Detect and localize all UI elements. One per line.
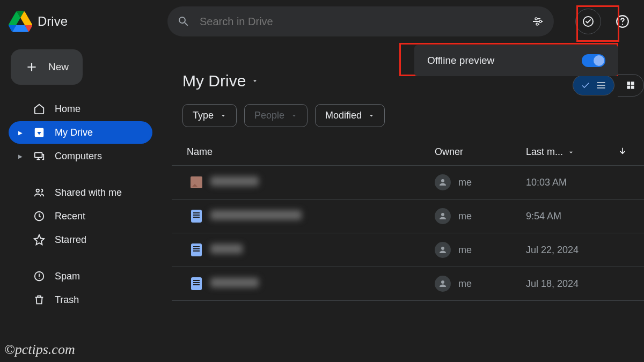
filter-people[interactable]: People — [244, 104, 308, 127]
avatar-icon — [435, 276, 451, 292]
avatar-icon — [435, 242, 451, 258]
svg-rect-6 — [35, 153, 42, 158]
filter-type[interactable]: Type — [182, 104, 237, 127]
file-modified: Jul 18, 2024 — [526, 278, 612, 290]
sidebar-item-recent[interactable]: Recent — [9, 205, 152, 227]
redacted-filename — [210, 210, 302, 220]
document-file-icon — [191, 210, 202, 223]
sidebar-label: Spam — [55, 271, 80, 282]
chevron-down-icon — [368, 113, 375, 119]
trash-icon — [33, 294, 45, 306]
avatar-icon — [435, 174, 451, 190]
sidebar-item-my-drive[interactable]: ▶ My Drive — [9, 121, 152, 144]
offline-preview-toggle[interactable] — [582, 54, 605, 67]
svg-point-1 — [539, 20, 541, 23]
file-owner: me — [435, 276, 526, 292]
sidebar-label: Computers — [55, 151, 102, 162]
offline-preview-panel: Offline preview — [414, 45, 618, 76]
sidebar: New Home ▶ My Drive ▶ Computers Shared w… — [0, 45, 161, 316]
plus-icon — [25, 60, 39, 74]
view-mode-grid[interactable] — [618, 74, 644, 97]
watermark: ©pctips.com — [4, 342, 75, 358]
help-icon — [616, 14, 630, 28]
document-file-icon — [191, 277, 202, 290]
file-owner: me — [435, 242, 526, 258]
file-row[interactable]: me9:54 AM — [172, 200, 644, 233]
drive-icon — [33, 127, 45, 138]
expand-caret-icon: ▶ — [18, 153, 24, 159]
file-name — [210, 210, 435, 223]
logo-area[interactable]: Drive — [9, 11, 159, 32]
sidebar-label: My Drive — [55, 127, 93, 138]
offline-check-icon — [582, 15, 595, 28]
offline-preview-label: Offline preview — [427, 55, 494, 67]
file-name — [210, 244, 435, 256]
new-button-label: New — [48, 61, 69, 73]
sidebar-item-computers[interactable]: ▶ Computers — [9, 145, 152, 167]
sidebar-label: Home — [55, 104, 80, 115]
file-modified: 9:54 AM — [526, 211, 612, 222]
search-options-icon[interactable] — [531, 15, 544, 28]
svg-point-11 — [441, 213, 444, 216]
svg-point-5 — [622, 24, 623, 25]
sidebar-label: Recent — [55, 211, 85, 222]
sort-direction[interactable] — [612, 146, 633, 158]
svg-point-2 — [536, 23, 538, 25]
check-icon — [581, 80, 590, 90]
sidebar-item-home[interactable]: Home — [9, 98, 152, 120]
computers-icon — [33, 150, 45, 162]
search-icon — [177, 15, 190, 28]
sidebar-label: Starred — [55, 234, 86, 246]
file-row[interactable]: meJul 22, 2024 — [172, 233, 644, 267]
grid-icon — [625, 80, 636, 91]
redacted-filename — [210, 278, 259, 287]
sidebar-label: Trash — [55, 294, 79, 306]
sidebar-item-spam[interactable]: Spam — [9, 265, 152, 287]
column-name[interactable]: Name — [182, 146, 435, 158]
spam-icon — [33, 270, 45, 282]
sidebar-item-shared[interactable]: Shared with me — [9, 181, 152, 204]
sidebar-item-trash[interactable]: Trash — [9, 289, 152, 311]
dropdown-caret-icon[interactable] — [251, 77, 259, 85]
drive-logo-icon — [9, 11, 32, 32]
column-owner[interactable]: Owner — [435, 146, 526, 158]
expand-caret-icon: ▶ — [18, 130, 24, 136]
file-modified: Jul 22, 2024 — [526, 245, 612, 256]
svg-point-13 — [441, 280, 444, 284]
avatar-icon — [435, 208, 451, 224]
app-title: Drive — [38, 14, 68, 29]
file-name — [210, 278, 435, 290]
offline-ready-button[interactable] — [575, 9, 601, 34]
redacted-filename — [210, 244, 243, 254]
filter-modified[interactable]: Modified — [315, 104, 385, 127]
file-row[interactable]: meJul 18, 2024 — [172, 267, 644, 301]
new-button[interactable]: New — [11, 49, 83, 85]
svg-point-7 — [36, 189, 40, 193]
arrow-down-icon — [617, 146, 628, 157]
svg-point-0 — [535, 18, 537, 20]
list-icon — [596, 80, 606, 91]
search-input[interactable] — [200, 16, 522, 28]
image-file-icon — [191, 176, 202, 188]
file-owner: me — [435, 208, 526, 224]
chevron-down-icon — [567, 149, 575, 156]
main-content: Offline preview My Drive Type People Mod… — [172, 45, 644, 362]
column-modified[interactable]: Last m... — [526, 146, 612, 158]
redacted-filename — [210, 176, 259, 186]
sidebar-item-starred[interactable]: Starred — [9, 228, 152, 251]
help-button[interactable] — [610, 9, 635, 34]
clock-icon — [33, 210, 45, 222]
document-file-icon — [191, 243, 202, 256]
svg-point-10 — [441, 179, 444, 182]
file-owner: me — [435, 174, 526, 190]
view-mode-list[interactable] — [573, 75, 614, 95]
chevron-down-icon — [291, 113, 297, 119]
search-bar[interactable] — [167, 6, 554, 36]
star-icon — [33, 234, 45, 246]
chevron-down-icon — [220, 113, 226, 119]
page-title[interactable]: My Drive — [182, 72, 246, 90]
file-name — [210, 176, 435, 189]
file-modified: 10:03 AM — [526, 177, 612, 188]
file-row[interactable]: me10:03 AM — [172, 166, 644, 200]
sidebar-label: Shared with me — [55, 187, 122, 198]
